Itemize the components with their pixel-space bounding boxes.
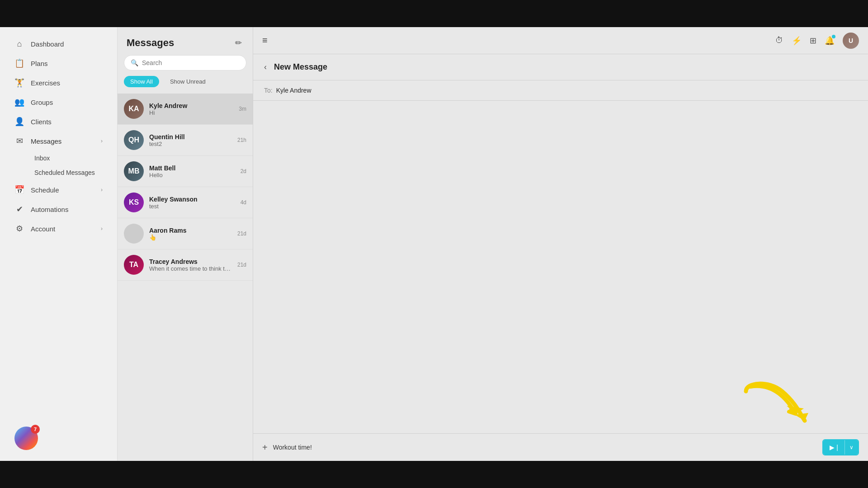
top-header: ≡ ⏱ ⚡ ⊞ 🔔 U bbox=[253, 27, 868, 54]
conv-name: Kyle Andrew bbox=[149, 102, 233, 109]
filter-row: Show All Show Unread bbox=[118, 76, 253, 94]
sidebar-item-account[interactable]: ⚙ Account › bbox=[4, 219, 113, 238]
search-icon: 🔍 bbox=[131, 59, 138, 66]
sidebar-subitem-inbox[interactable]: Inbox bbox=[27, 151, 117, 165]
chevron-schedule: › bbox=[101, 187, 103, 193]
conv-time: 3m bbox=[239, 106, 246, 112]
avatar: QH bbox=[124, 130, 144, 150]
conv-info: Kyle Andrew Hi bbox=[149, 102, 233, 116]
sidebar-icon-clients: 👤 bbox=[14, 117, 24, 127]
compose-header: ‹ New Message bbox=[253, 54, 868, 80]
logo-circle: 7 bbox=[14, 427, 38, 450]
conv-time: 21d bbox=[237, 230, 246, 237]
sidebar-label-groups: Groups bbox=[31, 99, 53, 106]
sidebar-item-groups[interactable]: 👥 Groups bbox=[4, 93, 113, 112]
sidebar-icon-automations: ✔ bbox=[14, 204, 24, 214]
sidebar-item-clients[interactable]: 👤 Clients bbox=[4, 112, 113, 131]
compose-icon[interactable]: ✏ bbox=[233, 36, 244, 50]
logo-badge: 7 bbox=[31, 425, 40, 434]
history-icon[interactable]: ⏱ bbox=[775, 36, 783, 45]
avatar: KA bbox=[124, 99, 144, 119]
messages-header: Messages ✏ bbox=[118, 27, 253, 55]
sidebar-item-messages[interactable]: ✉ Messages › bbox=[4, 131, 113, 150]
message-body bbox=[253, 101, 868, 433]
sidebar-label-plans: Plans bbox=[31, 60, 48, 67]
show-unread-button[interactable]: Show Unread bbox=[164, 76, 212, 87]
conversation-item[interactable]: MB Matt Bell Hello 2d bbox=[118, 156, 253, 187]
compose-title: New Message bbox=[274, 62, 327, 72]
sidebar-label-exercises: Exercises bbox=[31, 79, 60, 87]
hamburger-menu[interactable]: ≡ bbox=[262, 35, 268, 46]
conv-preview: When it comes time to think thr... bbox=[149, 265, 232, 272]
sidebar-label-dashboard: Dashboard bbox=[31, 40, 64, 48]
notification-dot bbox=[832, 35, 835, 38]
conversation-item[interactable]: KA Kyle Andrew Hi 3m bbox=[118, 94, 253, 125]
search-input[interactable] bbox=[142, 59, 240, 66]
conv-info: Tracey Andrews When it comes time to thi… bbox=[149, 258, 232, 272]
sidebar-label-messages: Messages bbox=[31, 137, 61, 145]
conv-preview: test bbox=[149, 203, 235, 210]
conv-time: 2d bbox=[241, 168, 246, 174]
messages-panel-title: Messages bbox=[127, 37, 174, 49]
conv-info: Kelley Swanson test bbox=[149, 196, 235, 210]
header-icons: ⏱ ⚡ ⊞ 🔔 U bbox=[775, 33, 859, 49]
conv-name: Tracey Andrews bbox=[149, 258, 232, 265]
conversation-item[interactable]: QH Quentin Hill test2 21h bbox=[118, 125, 253, 156]
conv-preview: Hi bbox=[149, 109, 233, 116]
messages-panel: Messages ✏ 🔍 Show All Show Unread KA Kyl… bbox=[118, 27, 253, 461]
messages-submenu: InboxScheduled Messages bbox=[0, 151, 117, 180]
sidebar-item-dashboard[interactable]: ⌂ Dashboard bbox=[4, 35, 113, 53]
grid-icon[interactable]: ⊞ bbox=[810, 36, 816, 46]
sidebar-subitem-scheduled[interactable]: Scheduled Messages bbox=[27, 165, 117, 180]
conv-preview: test2 bbox=[149, 141, 232, 147]
to-field: To: Kyle Andrew bbox=[253, 80, 868, 101]
avatar: MB bbox=[124, 161, 144, 181]
sidebar-icon-groups: 👥 bbox=[14, 97, 24, 107]
plus-icon[interactable]: + bbox=[262, 442, 268, 453]
divider-line: | bbox=[836, 444, 838, 451]
sidebar-icon-dashboard: ⌂ bbox=[14, 39, 24, 49]
sidebar-item-exercises[interactable]: 🏋 Exercises bbox=[4, 73, 113, 92]
avatar: TA bbox=[124, 255, 144, 275]
conv-name: Kelley Swanson bbox=[149, 196, 235, 203]
avatar: KS bbox=[124, 192, 144, 212]
to-label: To: bbox=[264, 87, 273, 94]
send-icon: ▶ bbox=[830, 444, 835, 451]
to-name[interactable]: Kyle Andrew bbox=[276, 87, 311, 94]
conv-name: Aaron Rams bbox=[149, 227, 232, 234]
back-button[interactable]: ‹ bbox=[264, 62, 267, 72]
conv-name: Matt Bell bbox=[149, 164, 235, 172]
top-bar bbox=[0, 0, 868, 27]
conversation-item[interactable]: KS Kelley Swanson test 4d bbox=[118, 187, 253, 218]
search-bar: 🔍 bbox=[124, 55, 246, 70]
conv-info: Matt Bell Hello bbox=[149, 164, 235, 178]
conversation-item[interactable]: TA Tracey Andrews When it comes time to … bbox=[118, 249, 253, 281]
conv-preview: Hello bbox=[149, 172, 235, 178]
conv-info: Aaron Rams 👆 bbox=[149, 227, 232, 241]
conv-info: Quentin Hill test2 bbox=[149, 133, 232, 147]
sidebar: ⌂ Dashboard 📋 Plans 🏋 Exercises 👥 Groups… bbox=[0, 27, 118, 461]
conversation-item[interactable]: Aaron Rams 👆 21d bbox=[118, 218, 253, 249]
user-avatar[interactable]: U bbox=[843, 33, 859, 49]
conversations-list: KA Kyle Andrew Hi 3m QH Quentin Hill tes… bbox=[118, 94, 253, 461]
sidebar-icon-account: ⚙ bbox=[14, 224, 24, 234]
sidebar-label-automations: Automations bbox=[31, 206, 68, 213]
sidebar-icon-messages: ✉ bbox=[14, 136, 24, 146]
send-dropdown-button[interactable]: ∨ bbox=[844, 440, 858, 455]
compose-area: ‹ New Message To: Kyle Andrew + ▶ | ∨ bbox=[253, 54, 868, 461]
sidebar-label-schedule: Schedule bbox=[31, 186, 59, 194]
conv-name: Quentin Hill bbox=[149, 133, 232, 141]
send-button[interactable]: ▶ | bbox=[823, 440, 844, 455]
sidebar-icon-exercises: 🏋 bbox=[14, 78, 24, 88]
app-logo[interactable]: 7 bbox=[7, 419, 34, 446]
bell-icon[interactable]: 🔔 bbox=[825, 36, 835, 46]
lightning-icon[interactable]: ⚡ bbox=[792, 36, 802, 46]
chevron-messages: › bbox=[101, 138, 103, 144]
sidebar-item-plans[interactable]: 📋 Plans bbox=[4, 54, 113, 73]
content-pane: ≡ ⏱ ⚡ ⊞ 🔔 U ‹ New Message To: Kyle Andre… bbox=[253, 27, 868, 461]
show-all-button[interactable]: Show All bbox=[124, 76, 159, 87]
sidebar-item-automations[interactable]: ✔ Automations bbox=[4, 200, 113, 219]
sidebar-item-schedule[interactable]: 📅 Schedule › bbox=[4, 180, 113, 199]
send-button-group: ▶ | ∨ bbox=[822, 439, 859, 455]
message-text-input[interactable] bbox=[273, 444, 817, 451]
